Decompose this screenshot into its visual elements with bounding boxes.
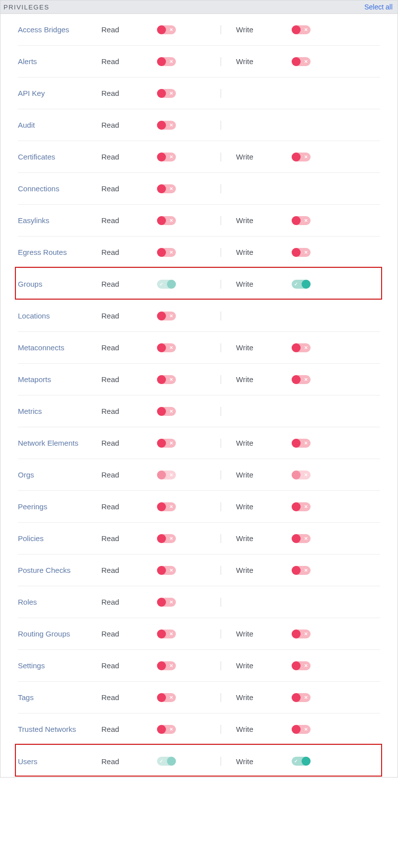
- toggle-read[interactable]: ✕: [157, 566, 176, 575]
- privilege-row: UsersRead✓Write✓: [18, 745, 380, 777]
- toggle-write[interactable]: ✕: [292, 534, 311, 543]
- toggle-knob: [157, 153, 166, 161]
- privilege-name[interactable]: Groups: [18, 280, 101, 288]
- toggle-write[interactable]: ✕: [292, 248, 311, 257]
- toggle-read[interactable]: ✕: [157, 693, 176, 702]
- divider: [221, 471, 221, 479]
- privilege-row: SettingsRead✕Write✕: [18, 650, 380, 682]
- toggle-knob: [302, 280, 311, 289]
- toggle-read[interactable]: ✕: [157, 407, 176, 416]
- privilege-name[interactable]: Peerings: [18, 502, 101, 511]
- divider: [221, 280, 221, 289]
- privilege-name[interactable]: Network Elements: [18, 439, 101, 447]
- read-label: Read: [101, 89, 131, 97]
- divider: [221, 725, 221, 734]
- toggle-write[interactable]: ✕: [292, 502, 311, 511]
- toggle-knob: [157, 725, 166, 734]
- privilege-name[interactable]: Settings: [18, 661, 101, 670]
- privilege-name[interactable]: Audit: [18, 121, 101, 129]
- toggle-knob: [292, 375, 301, 384]
- privilege-name[interactable]: Alerts: [18, 57, 101, 66]
- toggle-write[interactable]: ✕: [292, 343, 311, 352]
- divider: [221, 216, 221, 225]
- toggle-read[interactable]: ✕: [157, 502, 176, 511]
- toggle-knob: [292, 566, 301, 575]
- toggle-write[interactable]: ✕: [292, 153, 311, 161]
- privilege-row: TagsRead✕Write✕: [18, 682, 380, 713]
- privilege-row: OrgsRead✕Write✕: [18, 459, 380, 491]
- read-label: Read: [101, 121, 131, 129]
- toggle-write[interactable]: ✕: [292, 661, 311, 670]
- privilege-name[interactable]: Metaports: [18, 375, 101, 384]
- toggle-write[interactable]: ✓: [292, 280, 311, 289]
- toggle-write[interactable]: ✕: [292, 439, 311, 448]
- toggle-knob: [292, 502, 301, 511]
- privilege-name[interactable]: Connections: [18, 184, 101, 193]
- toggle-read[interactable]: ✕: [157, 153, 176, 161]
- select-all-link[interactable]: Select all: [364, 3, 393, 11]
- toggle-read[interactable]: ✕: [157, 343, 176, 352]
- write-group: Write✕: [236, 216, 355, 225]
- toggle-read[interactable]: ✕: [157, 661, 176, 670]
- read-group: Read✕: [101, 534, 221, 543]
- toggle-write[interactable]: ✕: [292, 375, 311, 384]
- privilege-name[interactable]: Easylinks: [18, 216, 101, 225]
- privilege-name[interactable]: API Key: [18, 89, 101, 97]
- privilege-name[interactable]: Certificates: [18, 153, 101, 161]
- read-group: Read✕: [101, 502, 221, 511]
- toggle-write[interactable]: ✕: [292, 566, 311, 575]
- toggle-knob: [292, 343, 301, 352]
- read-group: Read✕: [101, 598, 221, 607]
- toggle-read[interactable]: ✕: [157, 89, 176, 98]
- toggle-read[interactable]: ✕: [157, 534, 176, 543]
- toggle-read[interactable]: ✕: [157, 375, 176, 384]
- read-group: Read✕: [101, 25, 221, 34]
- toggle-write[interactable]: ✕: [292, 630, 311, 638]
- toggle-read[interactable]: ✕: [157, 216, 176, 225]
- write-label: Write: [236, 757, 266, 766]
- divider: [221, 57, 221, 66]
- read-group: Read✕: [101, 312, 221, 320]
- toggle-write[interactable]: ✕: [292, 725, 311, 734]
- write-group: Write✕: [236, 725, 355, 734]
- x-icon: ✕: [169, 536, 173, 541]
- toggle-write[interactable]: ✓: [292, 757, 311, 766]
- privilege-name[interactable]: Metrics: [18, 407, 101, 415]
- toggle-write[interactable]: ✕: [292, 693, 311, 702]
- privilege-name[interactable]: Orgs: [18, 471, 101, 479]
- read-group: Read✓: [101, 280, 221, 289]
- toggle-knob: [157, 25, 166, 34]
- write-label: Write: [236, 57, 266, 66]
- toggle-read[interactable]: ✕: [157, 439, 176, 448]
- toggle-knob: [292, 153, 301, 161]
- privilege-name[interactable]: Access Bridges: [18, 25, 101, 34]
- toggle-write[interactable]: ✕: [292, 25, 311, 34]
- toggle-read[interactable]: ✕: [157, 25, 176, 34]
- divider: [221, 153, 221, 161]
- privilege-name[interactable]: Policies: [18, 534, 101, 543]
- privilege-name[interactable]: Metaconnects: [18, 343, 101, 352]
- toggle-read[interactable]: ✕: [157, 57, 176, 66]
- toggle-read[interactable]: ✕: [157, 312, 176, 320]
- toggle-write[interactable]: ✕: [292, 57, 311, 66]
- toggle-write[interactable]: ✕: [292, 216, 311, 225]
- privilege-name[interactable]: Tags: [18, 693, 101, 702]
- toggle-read[interactable]: ✕: [157, 725, 176, 734]
- toggle-read[interactable]: ✕: [157, 248, 176, 257]
- toggle-read[interactable]: ✕: [157, 630, 176, 638]
- privilege-name[interactable]: Posture Checks: [18, 566, 101, 574]
- privilege-name[interactable]: Locations: [18, 312, 101, 320]
- toggle-read[interactable]: ✕: [157, 184, 176, 193]
- read-label: Read: [101, 534, 131, 543]
- read-label: Read: [101, 216, 131, 225]
- x-icon: ✕: [304, 345, 308, 350]
- privilege-name[interactable]: Routing Groups: [18, 630, 101, 638]
- toggle-read[interactable]: ✕: [157, 121, 176, 130]
- privilege-name[interactable]: Users: [18, 757, 101, 766]
- privilege-name[interactable]: Roles: [18, 598, 101, 606]
- privilege-name[interactable]: Egress Routes: [18, 248, 101, 256]
- privilege-name[interactable]: Trusted Networks: [18, 725, 101, 733]
- x-icon: ✕: [169, 218, 173, 223]
- toggle-read[interactable]: ✕: [157, 598, 176, 607]
- write-label: Write: [236, 502, 266, 511]
